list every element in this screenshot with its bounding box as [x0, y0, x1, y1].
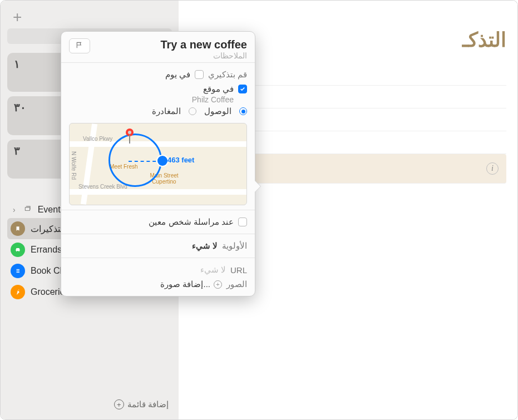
list-name: Errands	[31, 245, 62, 255]
carrot-icon	[11, 285, 25, 299]
mode-arrive-label: الوصول	[204, 106, 231, 116]
mode-leave-label: المغادرة	[152, 106, 181, 116]
car-icon	[11, 243, 25, 257]
stack-icon	[23, 205, 32, 215]
plus-circle-icon: +	[214, 280, 222, 289]
priority-value[interactable]: لا شيء	[192, 241, 218, 251]
list-icon	[11, 264, 25, 278]
at-location-label: في موقع	[203, 84, 234, 94]
remind-me-label: قم بتذكيري	[208, 70, 247, 80]
reminder-info-button[interactable]: i	[486, 162, 499, 175]
flag-icon	[75, 41, 84, 49]
bookmark-icon	[11, 221, 25, 236]
geofence-handle[interactable]	[157, 156, 167, 166]
svg-point-7	[16, 251, 17, 252]
svg-point-8	[18, 251, 19, 252]
svg-rect-6	[25, 207, 29, 211]
geofence-distance: 463 feet	[167, 156, 194, 164]
remind-on-day-label: في يوم	[165, 70, 190, 80]
remind-on-day-checkbox[interactable]	[195, 70, 204, 79]
location-map[interactable]: Vallco Pkwy N Wolfe Rd Stevens Creek Blv…	[69, 123, 247, 205]
map-pin-icon	[124, 128, 135, 145]
add-reminder-button[interactable]: +	[13, 8, 22, 26]
flag-button[interactable]	[69, 38, 90, 53]
geofence-circle[interactable]	[108, 134, 162, 187]
smart-list-count: ٣	[14, 144, 20, 157]
svg-rect-14	[129, 135, 130, 144]
popover-title[interactable]: Try a new coffee	[160, 38, 247, 51]
when-messaging-label: عند مراسلة شخص معين	[149, 217, 234, 227]
reminder-details-popover: Try a new coffee الملاحظات في يوم قم بتذ…	[61, 31, 255, 297]
add-image-label: إضافة صورة...	[160, 279, 210, 289]
reminders-window: + بحث ٣ مجدولة١ اليوم١ مميزة بعلم٣٠ الكل…	[0, 0, 518, 420]
chevron-left-icon[interactable]: ‹	[11, 205, 18, 214]
plus-circle-icon: +	[114, 399, 124, 409]
add-image-button[interactable]: إضافة صورة... +	[160, 279, 222, 289]
location-name[interactable]: Philz Coffee	[69, 95, 247, 104]
smart-list-count: ٣٠	[14, 101, 26, 114]
url-label: URL	[230, 265, 247, 275]
svg-point-15	[128, 131, 131, 134]
url-value[interactable]: لا شيء	[200, 265, 226, 275]
at-location-checkbox[interactable]	[238, 85, 247, 93]
smart-list-count: ١	[14, 57, 20, 71]
road-label-stevens: Stevens Creek Blvd	[78, 184, 127, 190]
when-messaging-checkbox[interactable]	[238, 218, 247, 226]
priority-label: الأولوية	[222, 241, 247, 251]
add-list-label: إضافة قائمة	[127, 399, 169, 409]
popover-notes-field[interactable]: الملاحظات	[160, 51, 247, 60]
mode-leave-radio[interactable]	[189, 107, 196, 115]
road-label-vallco: Vallco Pkwy	[83, 136, 112, 142]
add-list-button[interactable]: إضافة قائمة +	[7, 396, 172, 413]
mode-arrive-radio[interactable]	[239, 107, 247, 115]
geofence-radius-line	[129, 161, 162, 162]
road-label-wolfe: N Wolfe Rd	[71, 151, 77, 180]
images-label: الصور	[226, 279, 247, 289]
